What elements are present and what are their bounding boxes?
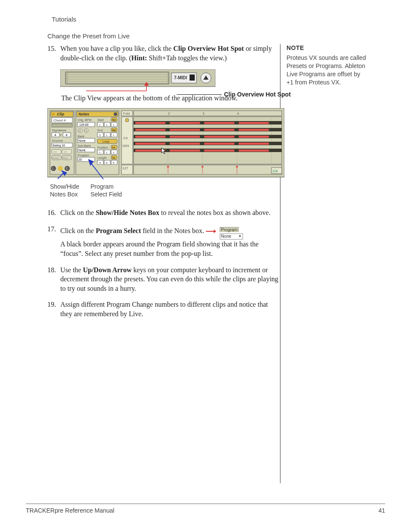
groove-label: Groove (52, 139, 63, 143)
step-number: 15. (47, 44, 60, 62)
svg-text:Set: Set (112, 156, 115, 159)
hint-label: Hint: (131, 54, 147, 62)
step-18: 18. Use the Up/Down Arrow keys on your c… (47, 265, 280, 293)
svg-text:G#3: G#3 (122, 144, 129, 148)
svg-text:1: 1 (113, 151, 115, 154)
svg-text:5: 5 (99, 134, 101, 137)
svg-text:Sub-Bank: Sub-Bank (78, 144, 91, 147)
svg-text:/2: /2 (78, 129, 81, 132)
svg-text:0: 0 (113, 161, 115, 165)
svg-text:E: E (66, 167, 68, 171)
svg-point-18 (52, 113, 55, 115)
svg-text:Set: Set (112, 118, 116, 121)
note-column: NOTE Proteus VX sounds are called Preset… (286, 44, 368, 86)
svg-rect-9 (190, 75, 195, 81)
svg-rect-126 (135, 143, 165, 145)
zoom-indicator: 1/4 (272, 169, 278, 173)
svg-rect-137 (134, 165, 282, 174)
svg-marker-14 (144, 82, 149, 86)
svg-text:>>: >> (64, 150, 67, 153)
step-15: 15. When you have a clip you like, click… (47, 44, 280, 62)
svg-text:Loop: Loop (103, 140, 109, 143)
svg-rect-114 (135, 122, 165, 124)
svg-text:*2: *2 (84, 129, 87, 132)
svg-text:0: 0 (106, 161, 108, 165)
figure-clip-view: Clip Chord 4 Signature 4 / 4 Groove Swin… (47, 108, 284, 200)
note-heading: NOTE (286, 44, 368, 52)
sig-b: 4 (65, 133, 68, 137)
svg-text:4: 4 (99, 161, 101, 165)
page-footer: TRACKERpre Reference Manual 41 (26, 507, 385, 514)
svg-rect-96 (134, 111, 282, 116)
groove-val: Swing 16 (53, 144, 65, 147)
bold-term: Up/Down Arrow (83, 266, 131, 274)
sig-a: 4 (54, 133, 56, 137)
label-program-l2: Select Field (90, 191, 122, 198)
notes-panel-title: Notes (78, 112, 89, 116)
footer-right: 41 (378, 507, 385, 514)
svg-text:3: 3 (202, 112, 205, 115)
svg-marker-150 (214, 230, 216, 233)
dropdown-arrow-icon: ▼ (238, 234, 242, 239)
svg-text:1: 1 (113, 134, 115, 137)
svg-rect-119 (170, 129, 200, 131)
red-arrow-icon (206, 227, 216, 236)
figure-clip-overview: 7-MIDI Clip Overview Hot Spot (60, 69, 271, 90)
svg-rect-117 (239, 122, 269, 124)
svg-rect-120 (204, 129, 234, 131)
step-17: 17. Click on the Program Select field in… (47, 224, 280, 258)
step-19: 19. Assign different Program Change numb… (47, 300, 280, 318)
svg-text:1: 1 (106, 134, 108, 137)
svg-text:4: 4 (237, 112, 239, 115)
svg-point-40 (114, 112, 117, 116)
svg-point-35 (58, 166, 63, 171)
callout-text: Clip Overview Hot Spot (224, 91, 291, 98)
callout-leader-line (177, 94, 222, 95)
bold-term: Show/Hide Notes Box (96, 209, 159, 216)
svg-text:127: 127 (122, 166, 128, 170)
label-program-l1: Program (90, 183, 114, 190)
svg-rect-130 (135, 149, 165, 152)
clip-panel-title: Clip (57, 112, 65, 116)
svg-text:Set: Set (112, 146, 115, 149)
svg-text:Orig. BPM: Orig. BPM (78, 118, 91, 122)
svg-text:1: 1 (106, 151, 108, 154)
fold-button: Fold (123, 112, 130, 115)
svg-rect-127 (170, 143, 200, 145)
svg-text:Start: Start (97, 118, 104, 121)
svg-rect-124 (204, 136, 234, 138)
step-16: 16. Click on the Show/Hide Notes Box to … (47, 208, 280, 218)
progbox-bot: None (221, 234, 231, 239)
svg-rect-118 (135, 129, 165, 131)
svg-text:Rvrt: Rvrt (63, 157, 68, 159)
svg-text:Knob: Knob (53, 157, 59, 159)
svg-text:1: 1 (99, 123, 101, 127)
svg-point-143 (236, 166, 238, 168)
svg-text:None: None (78, 149, 86, 152)
step-number: 19. (47, 300, 60, 318)
main-column: 15. When you have a clip you like, click… (26, 44, 280, 326)
svg-text:1: 1 (106, 123, 108, 127)
svg-rect-115 (170, 122, 200, 124)
svg-text:C4: C4 (123, 136, 128, 140)
step-number: 17. (47, 224, 60, 258)
midi-label: 7-MIDI (174, 75, 187, 80)
note-body: Proteus VX sounds are called Presets or … (286, 54, 368, 87)
svg-text:Length: Length (97, 156, 107, 160)
svg-rect-123 (170, 136, 200, 138)
svg-rect-131 (170, 149, 200, 152)
step-number: 18. (47, 265, 60, 293)
svg-point-101 (125, 118, 129, 122)
bold-term: Clip Overview Hot Spot (173, 45, 244, 52)
svg-text:2: 2 (168, 112, 170, 115)
svg-rect-129 (239, 143, 269, 145)
svg-rect-133 (239, 149, 269, 152)
subheading: Change the Preset from Live (47, 32, 385, 40)
progbox-top: Program (220, 227, 239, 232)
label-show-hide-l1: Show/Hide (50, 183, 79, 190)
svg-rect-125 (239, 136, 269, 138)
svg-rect-122 (135, 136, 165, 138)
svg-point-141 (202, 166, 203, 168)
svg-rect-128 (204, 143, 234, 145)
svg-text:Position: Position (97, 146, 108, 149)
